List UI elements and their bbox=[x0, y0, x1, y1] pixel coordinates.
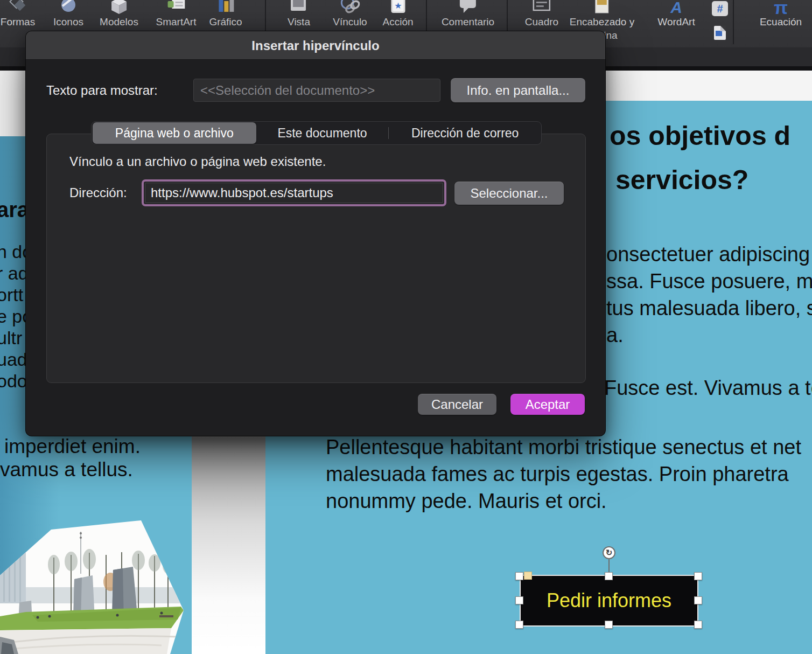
ribbon-button-vinculo[interactable]: Vínculo bbox=[333, 0, 367, 28]
shape-adjust-handle[interactable] bbox=[524, 572, 532, 580]
chart-icon bbox=[209, 0, 242, 15]
svg-text:★: ★ bbox=[394, 1, 402, 10]
address-focus-ring bbox=[142, 179, 446, 206]
object-icon[interactable] bbox=[714, 26, 726, 40]
selection-handle-bottom-left[interactable] bbox=[515, 621, 523, 629]
display-text-label: Texto para mostrar: bbox=[46, 79, 158, 102]
insert-hyperlink-dialog: Insertar hipervínculo Texto para mostrar… bbox=[25, 31, 606, 436]
slide-number-icon[interactable]: # bbox=[712, 1, 728, 16]
cancel-button[interactable]: Cancelar bbox=[418, 394, 496, 415]
tab-this-document[interactable]: Este documento bbox=[256, 122, 389, 144]
tab-email-address[interactable]: Dirección de correo bbox=[389, 122, 541, 144]
wordart-icon: A bbox=[657, 0, 695, 15]
selection-handle-bottom-center[interactable] bbox=[605, 621, 613, 629]
equation-pi-icon: π bbox=[760, 0, 802, 15]
selection-handle-top-right[interactable] bbox=[694, 572, 702, 580]
section-caption: Vínculo a un archivo o página web existe… bbox=[69, 154, 326, 169]
ribbon-group-separator bbox=[733, 0, 734, 44]
header-page-icon bbox=[570, 0, 634, 15]
right-paragraph-3: Pellentesque habitant morbi tristique se… bbox=[326, 434, 801, 514]
view-window-icon bbox=[288, 0, 310, 15]
app-window: Formas Iconos Modelos SmartArt Gráfico bbox=[0, 0, 812, 654]
ribbon-button-comentario[interactable]: Comentario bbox=[442, 0, 494, 28]
address-input[interactable] bbox=[145, 183, 443, 203]
ribbon-button-wordart[interactable]: A WordArt bbox=[657, 0, 695, 28]
accept-button[interactable]: Aceptar bbox=[510, 394, 585, 415]
address-label: Dirección: bbox=[69, 179, 127, 206]
selection-handle-top-center[interactable] bbox=[605, 572, 613, 580]
link-options-groupbox bbox=[46, 134, 586, 383]
ribbon-button-iconos[interactable]: Iconos bbox=[53, 0, 83, 28]
3d-cube-icon bbox=[100, 0, 138, 15]
right-paragraph-1: onsectetuer adipiscing ssa. Fusce posuer… bbox=[606, 241, 812, 349]
ribbon-mini-buttons: # bbox=[712, 1, 728, 40]
smartart-icon bbox=[156, 0, 197, 15]
ribbon-button-smartart[interactable]: SmartArt bbox=[156, 0, 197, 28]
link-type-tabs: Página web o archivo Este documento Dire… bbox=[91, 121, 542, 145]
ribbon-button-grafico[interactable]: Gráfico bbox=[209, 0, 242, 28]
screen-tip-button[interactable]: Info. en pantalla... bbox=[451, 78, 585, 102]
cta-shape[interactable]: Pedir informes bbox=[520, 575, 698, 627]
icons-icon bbox=[53, 0, 83, 15]
tab-web-page-or-file[interactable]: Página web o archivo bbox=[93, 122, 256, 144]
ribbon-button-ecuacion[interactable]: π Ecuación bbox=[760, 0, 802, 28]
right-paragraph-2: Fusce est. Vivamus a te bbox=[604, 377, 812, 400]
hyperlink-globe-icon bbox=[333, 0, 367, 15]
rotate-handle-icon[interactable]: ↻ bbox=[603, 546, 615, 559]
cta-label: Pedir informes bbox=[547, 589, 671, 612]
action-star-icon: ★ bbox=[382, 0, 413, 15]
display-text-input[interactable] bbox=[193, 79, 440, 102]
ribbon-button-modelos[interactable]: Modelos bbox=[100, 0, 138, 28]
comment-bubble-icon bbox=[442, 0, 494, 15]
selection-handle-bottom-right[interactable] bbox=[694, 621, 702, 629]
selection-handle-top-left[interactable] bbox=[515, 572, 523, 580]
selection-handle-mid-left[interactable] bbox=[515, 596, 523, 604]
dialog-title: Insertar hipervínculo bbox=[26, 31, 605, 60]
text-box-icon bbox=[525, 0, 558, 15]
ribbon-button-formas[interactable]: Formas bbox=[1, 0, 35, 28]
ribbon-button-vista[interactable]: Vista bbox=[288, 0, 310, 28]
slide-title: os objetivos d servicios? bbox=[610, 114, 790, 202]
park-photo bbox=[0, 501, 192, 654]
select-button[interactable]: Seleccionar... bbox=[454, 182, 564, 205]
shapes-icon bbox=[1, 0, 35, 15]
ribbon-button-accion[interactable]: ★ Acción bbox=[382, 0, 413, 28]
left-heading-fragment: ara bbox=[0, 198, 29, 222]
ribbon-button-cuadro[interactable]: Cuadro bbox=[525, 0, 558, 28]
left-body2-fragments: imperdiet enim. vamus a tellus. bbox=[0, 435, 141, 481]
selection-handle-mid-right[interactable] bbox=[694, 596, 702, 604]
rotate-handle-stem bbox=[608, 559, 610, 572]
